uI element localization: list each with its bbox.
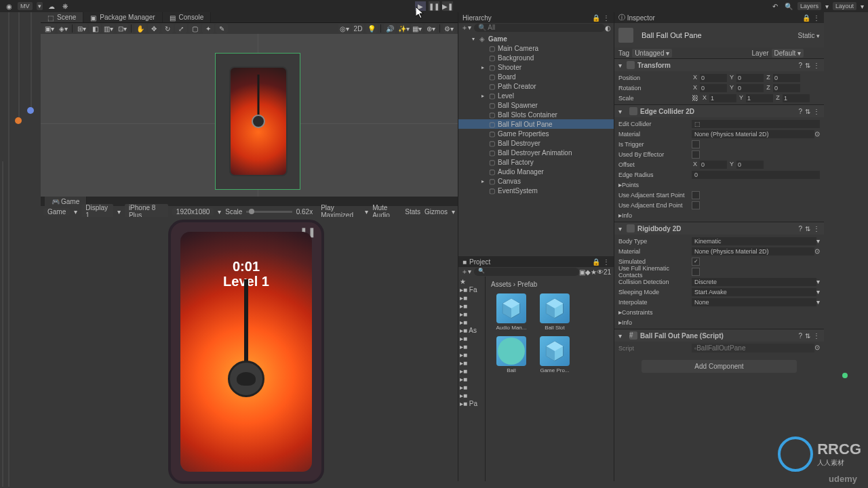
hierarchy-item[interactable]: ▢EventSystem (458, 186, 614, 195)
tool-rotate[interactable]: ↻ (161, 24, 174, 33)
tool-hand[interactable]: ✋ (134, 24, 146, 33)
interpolate-dropdown[interactable]: None (692, 298, 816, 306)
tool-rect[interactable]: ▢ (189, 24, 201, 33)
collision-dropdown[interactable]: Discrete (692, 278, 816, 286)
filter-3[interactable]: ★ (591, 268, 597, 276)
tool-grid[interactable]: ⊞▾ (75, 24, 87, 33)
simulated-checkbox[interactable] (692, 258, 700, 266)
adj-start-checkbox[interactable] (692, 191, 700, 199)
tab-console[interactable]: ▤Console (163, 12, 212, 22)
rot-z[interactable] (773, 84, 800, 92)
light-toggle[interactable]: 💡 (366, 24, 378, 33)
step-button[interactable]: ▶❚ (442, 1, 453, 11)
pause-button[interactable]: ❚❚ (429, 1, 439, 11)
settings-icon[interactable]: ❋ (60, 1, 70, 11)
preset-icon[interactable]: ⇅ (805, 62, 810, 69)
add-component-button[interactable]: Add Component (642, 360, 797, 373)
pivot-toggle[interactable]: ◎▾ (338, 24, 351, 33)
menu-icon[interactable]: ⋮ (603, 258, 610, 266)
help-icon[interactable]: ? (798, 62, 802, 69)
layer-dropdown[interactable]: Default ▾ (772, 49, 804, 58)
asset-item[interactable]: Audio Man... (492, 293, 530, 331)
project-tree-item[interactable]: ▸■ (460, 367, 484, 375)
scene-view[interactable] (41, 34, 458, 197)
resolution-select[interactable]: 1920x1080 (172, 208, 214, 216)
sleeping-dropdown[interactable]: Start Awake (692, 288, 816, 296)
body-type-dropdown[interactable]: Kinematic (692, 237, 816, 245)
tab-package-manager[interactable]: ▣Package Manager (83, 12, 162, 22)
tag-dropdown[interactable]: Untagged ▾ (632, 49, 672, 58)
asset-item[interactable]: Ball Slot (536, 293, 574, 331)
material-field[interactable]: None (Physics Material 2D) (692, 130, 814, 138)
project-tree-item[interactable]: ▸■ Fa (460, 286, 484, 293)
tool-custom[interactable]: ✎ (216, 24, 228, 33)
tool-snap-dd[interactable]: ▥▾ (102, 24, 115, 33)
pos-x[interactable] (700, 74, 727, 82)
game-view[interactable]: ❚❚ 0:01 Level 1 (41, 217, 458, 481)
edit-collider-button[interactable]: ⬚ (692, 120, 820, 128)
tool-move[interactable]: ✥ (148, 24, 160, 33)
is-trigger-checkbox[interactable] (692, 140, 700, 148)
project-tree-item[interactable]: ▸■ As (460, 327, 484, 334)
project-tree-item[interactable]: ▸■ (460, 335, 484, 342)
hierarchy-item[interactable]: ▢Audio Manager (458, 167, 614, 176)
hierarchy-tree[interactable]: ▾◈Game ▢Main Camera▢Background▸▢Shooter▢… (458, 33, 614, 256)
stats-button[interactable]: Stats (405, 208, 420, 216)
gameobject-name[interactable]: Ball Fall Out Pane (642, 31, 702, 39)
hierarchy-item[interactable]: ▢Ball Slots Container (458, 110, 614, 119)
project-tree-item[interactable]: ★ (460, 278, 484, 285)
pos-y[interactable] (736, 74, 764, 82)
cloud-icon[interactable]: ☁ (47, 1, 56, 11)
menu-icon[interactable]: ⋮ (603, 14, 610, 22)
scl-z[interactable] (783, 94, 810, 102)
tool-dropdown-2[interactable]: ◈▾ (57, 24, 69, 33)
hierarchy-item[interactable]: ▸▢Shooter (458, 62, 614, 72)
offset-y[interactable] (736, 161, 764, 169)
project-tree-item[interactable]: ▸■ (460, 375, 484, 383)
lock-icon[interactable]: 🔒 (802, 14, 810, 22)
hierarchy-item[interactable]: ▢Ball Destroyer Animation (458, 148, 614, 157)
hierarchy-search[interactable]: 🔍 All (474, 24, 605, 32)
hierarchy-item[interactable]: ▢Ball Spawner (458, 100, 614, 110)
project-tree-item[interactable]: ▸■ (460, 384, 484, 391)
adj-end-checkbox[interactable] (692, 201, 700, 209)
project-tree-item[interactable]: ▸■ (460, 302, 484, 310)
tool-transform[interactable]: ✦ (202, 24, 214, 33)
tool-dropdown-1[interactable]: ▣▾ (43, 24, 56, 33)
edge-radius-field[interactable] (692, 171, 820, 179)
game-panel-select[interactable]: Game (43, 208, 70, 216)
pos-z[interactable] (773, 74, 800, 82)
static-dropdown[interactable]: Static (797, 32, 814, 39)
audio-toggle[interactable]: 🔊 (384, 24, 396, 33)
hierarchy-item[interactable]: ▢Background (458, 53, 614, 62)
search-icon[interactable]: 🔍 (784, 1, 793, 11)
menu-icon[interactable]: ⋮ (813, 62, 820, 69)
filter-1[interactable]: ▣ (579, 268, 585, 276)
scale-slider[interactable] (246, 211, 292, 213)
filter-2[interactable]: ◆ (585, 268, 591, 276)
rot-x[interactable] (700, 84, 727, 92)
hierarchy-item[interactable]: ▢Path Creator (458, 81, 614, 91)
layers-dropdown[interactable]: Layers (797, 2, 821, 10)
scl-y[interactable] (746, 94, 773, 102)
hierarchy-item[interactable]: ▢Main Camera (458, 43, 614, 53)
hierarchy-item[interactable]: ▸▢Level (458, 91, 614, 100)
tab-scene[interactable]: ⬚Scene (41, 12, 83, 22)
menu-icon[interactable]: ⋮ (813, 14, 820, 22)
lock-icon[interactable]: 🔒 (592, 14, 600, 22)
project-tree-item[interactable]: ▸■ (460, 351, 484, 359)
project-tree-item[interactable]: ▸■ (460, 310, 484, 318)
offset-x[interactable] (700, 161, 727, 169)
breadcrumb-assets[interactable]: Assets (491, 281, 511, 288)
hierarchy-scene-root[interactable]: ▾◈Game (458, 34, 614, 43)
project-tree-item[interactable]: ▸■ (460, 294, 484, 302)
play-button[interactable]: ▶ (415, 1, 426, 11)
filter-icon[interactable]: ◐ (605, 24, 611, 32)
rot-y[interactable] (736, 84, 764, 92)
full-kinematic-checkbox[interactable] (692, 268, 700, 276)
rb-material-field[interactable]: None (Physics Material 2D) (692, 247, 814, 256)
gizmo-toggle[interactable]: ⊕▾ (425, 24, 437, 33)
project-tree-item[interactable]: ▸■ Pa (460, 400, 484, 407)
hierarchy-item[interactable]: ▢Ball Destroyer (458, 138, 614, 148)
project-tree-item[interactable]: ▸■ (460, 392, 484, 399)
